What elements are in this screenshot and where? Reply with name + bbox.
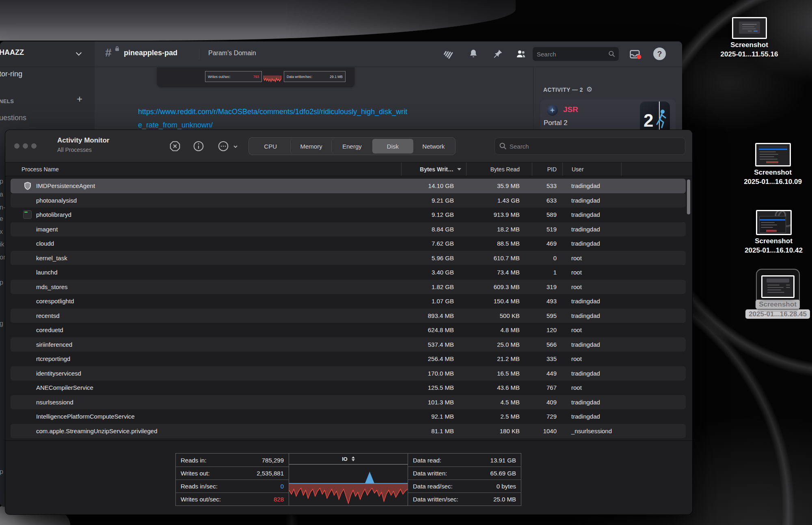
cell-bytes-read: 609.3 MB [466,283,532,290]
process-row[interactable]: coreduetd624.8 MB4.8 MB120root [11,323,686,337]
process-row[interactable]: cloudd7.62 GB88.5 MB469tradingdad [11,236,686,251]
more-options-icon[interactable] [217,140,238,152]
cell-user: root [562,269,621,276]
process-row[interactable]: photolibraryd9.12 GB913.9 MB589tradingda… [11,207,686,222]
process-row[interactable]: IMDPersistenceAgent14.10 GB35.9 MB533tra… [11,179,686,193]
tab-memory[interactable]: Memory [291,139,331,153]
cell-user: tradingdad [562,211,621,218]
tab-energy[interactable]: Energy [332,139,372,153]
clipped-channel-letter: p [0,279,3,286]
message-link-line1[interactable]: https://www.reddit.com/r/MacOSBeta/comme… [138,108,516,116]
column-header-bytes-written[interactable]: Bytes Writ… [401,162,466,176]
process-name: launchd [36,269,58,276]
process-row[interactable]: IntelligencePlatformComputeService92.1 M… [11,409,686,424]
desktop-icon-screenshot[interactable]: Screenshot2025-01...11.55.16 [714,17,785,59]
column-header-process-name[interactable]: Process Name [11,162,401,176]
process-name: recentsd [36,312,60,319]
window-close-button[interactable] [14,143,19,149]
desktop-icon-screenshot[interactable]: Screenshot2025-01...16.10.42 [738,210,809,255]
process-row[interactable]: mds_stores1.82 GB609.3 MB319root [11,280,686,294]
process-row[interactable]: ANECompilerService125.5 MB43.6 MB767root [11,380,686,395]
add-channel-icon[interactable]: + [77,94,82,104]
sidebar-item-channel-fragment[interactable]: tor-ring [0,70,22,78]
attachment-stat-box: Writes out/sec: 793 [205,71,262,82]
process-icon-placeholder [23,311,32,320]
process-icon-placeholder [23,426,32,436]
process-icon-placeholder [23,397,32,407]
cell-user: tradingdad [562,298,621,305]
window-subtitle: All Processes [57,147,92,153]
process-row[interactable]: identityservicesd170.0 MB16.5 MB449tradi… [11,366,686,381]
tab-network[interactable]: Network [413,139,454,153]
inbox-icon[interactable] [629,48,640,60]
process-row[interactable]: corespotlightd1.07 GB150.4 MB493tradingd… [11,294,686,309]
process-row[interactable]: imagent8.84 GB18.2 MB519tradingdad [11,222,686,237]
process-name: kernel_task [36,255,67,261]
tab-cpu[interactable]: CPU [250,139,291,153]
cell-bytes-written: 1.07 GB [401,298,466,305]
chevron-down-icon [76,50,82,56]
screenshot-thumbnail [732,17,767,39]
desktop-icon-screenshot[interactable]: Screenshot2025-01...16.10.09 [737,143,808,187]
view-segmented-control: CPUMemoryEnergyDiskNetwork [248,137,456,155]
desktop-icon-screenshot[interactable]: Screenshot2025-01...16.28.45 [742,275,812,319]
process-row[interactable]: recentsd893.4 MB500 KB595tradingdad [11,309,686,323]
channel-header: # pineapples-pad Param's Domain [95,41,682,67]
message-link-line2[interactable]: e_rate_from_unknown/ [138,121,516,130]
scrollbar-thumb[interactable] [687,179,690,214]
process-row[interactable]: nsurlsessiond101.3 MB4.5 MB409tradingdad [11,395,686,410]
info-circle-icon[interactable] [192,140,205,152]
stop-octagon-icon[interactable] [169,140,181,152]
process-name: imagent [36,226,58,233]
cell-bytes-read: 88.5 MB [466,240,532,247]
process-name: nsurlsessiond [36,399,73,406]
cell-bytes-written: 92.1 MB [401,413,466,420]
gear-icon[interactable]: ⚙ [586,85,592,94]
bell-icon[interactable] [468,48,479,60]
sidebar-section-label[interactable]: NELS [0,98,14,104]
window-minimize-button[interactable] [23,143,28,149]
am-search-input[interactable] [495,138,685,155]
window-zoom-button[interactable] [31,143,37,149]
cell-user: root [562,283,621,290]
cell-pid: 589 [532,211,562,218]
process-row[interactable]: launchd3.40 GB73.4 MB1root [11,265,686,280]
clipped-channel-letter: ik [0,241,4,248]
clipped-channel-letter: e [0,215,3,223]
process-name: IntelligencePlatformComputeService [36,413,135,420]
column-header-user[interactable]: User [562,162,621,176]
column-header-bytes-read[interactable]: Bytes Read [466,162,532,176]
tab-disk[interactable]: Disk [372,139,413,153]
cell-bytes-read: 35.9 MB [466,182,532,189]
window-title: Activity Monitor [57,136,109,145]
process-row[interactable]: kernel_task5.96 GB610.7 MB0root [11,251,686,266]
server-header[interactable]: HAAZZ [0,41,95,67]
process-row[interactable]: com.apple.StreamingUnzipService.privileg… [11,424,686,439]
help-icon[interactable]: ? [653,48,666,60]
am-titlebar[interactable]: Activity Monitor All Processes CPUMemory… [5,130,692,162]
cell-bytes-read: 4.8 MB [466,326,532,333]
pin-icon[interactable] [492,48,503,60]
io-history-graph [289,465,408,506]
discord-search-input[interactable] [533,47,619,61]
threads-icon[interactable] [443,48,454,60]
activity-user-name[interactable]: JSR [563,105,578,114]
sidebar-item-channel-fragment[interactable]: uestions [0,114,26,122]
server-name: HAAZZ [0,48,24,57]
process-icon-placeholder [23,368,32,378]
message-attachment-image[interactable]: Writes out/sec: 793 Data written/sec: 29… [157,67,354,87]
members-icon[interactable] [515,48,527,60]
cell-pid: 767 [532,384,562,391]
cell-bytes-read: 2.5 MB [466,413,532,420]
channel-topic[interactable]: Param's Domain [208,50,256,57]
process-name: coreduetd [36,326,63,333]
channel-name[interactable]: pineapples-pad [124,49,177,57]
process-row[interactable]: rtcreportingd256.4 MB21.2 MB335root [11,352,686,366]
process-row[interactable]: siriinferenced537.4 MB25.0 MB566tradingd… [11,337,686,352]
cell-user: root [562,255,621,261]
cell-bytes-written: 101.3 MB [401,399,466,406]
process-row[interactable]: photoanalysisd9.21 GB1.43 GB633tradingda… [11,193,686,208]
cell-pid: 1 [532,269,562,276]
graph-mode-stepper[interactable] [352,456,355,461]
column-header-pid[interactable]: PID [532,162,562,176]
